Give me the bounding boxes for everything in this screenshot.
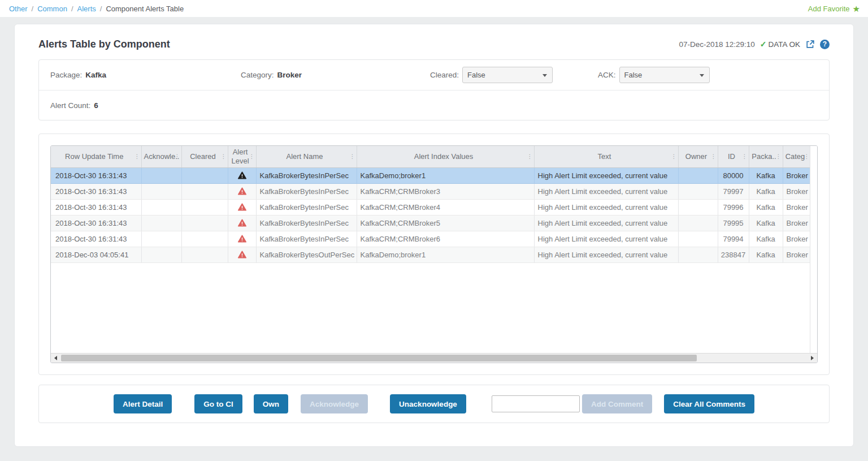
column-header-label: Alert Index Values: [414, 152, 474, 161]
column-header-text[interactable]: Text⋮: [534, 146, 678, 167]
column-header-category[interactable]: Categ⋮: [783, 146, 811, 167]
chevron-down-icon: [542, 74, 547, 77]
horizontal-scrollbar[interactable]: [51, 353, 817, 363]
comment-input[interactable]: [492, 395, 580, 412]
cell-owner: [678, 167, 718, 183]
scroll-left-arrow-icon[interactable]: [51, 354, 60, 363]
cleared-label: Cleared:: [430, 71, 459, 79]
cell-cleared: [181, 231, 228, 247]
cell-alert-index-values: KafkaCRM;CRMBroker4: [357, 199, 534, 215]
column-menu-icon[interactable]: ⋮: [221, 153, 227, 161]
column-header-package[interactable]: Packa..⋮: [749, 146, 783, 167]
breadcrumb-link-other[interactable]: Other: [9, 5, 28, 13]
cell-id: 79995: [718, 215, 749, 231]
cell-alert-index-values: KafkaDemo;broker1: [357, 247, 534, 262]
column-header-owner[interactable]: Owner⋮: [678, 146, 718, 167]
warning-triangle-icon: [238, 203, 246, 212]
breadcrumb-link-common[interactable]: Common: [37, 5, 67, 13]
column-menu-icon[interactable]: ⋮: [134, 153, 140, 161]
alert-count-row: Alert Count: 6: [39, 91, 829, 120]
ack-select[interactable]: False: [619, 67, 710, 83]
own-button[interactable]: Own: [254, 394, 288, 413]
cell-alert-level: [228, 167, 256, 183]
breadcrumb-separator: /: [71, 5, 73, 13]
category-value: Broker: [277, 71, 302, 79]
cell-cleared: [181, 167, 228, 183]
breadcrumb-separator: /: [100, 5, 102, 13]
add-favorite-button[interactable]: Add Favorite ★: [808, 5, 860, 13]
cell-update-time: 2018-Oct-30 16:31:43: [51, 231, 141, 247]
cell-text: High Alert Limit exceeded, current value: [534, 199, 678, 215]
package-label: Package:: [50, 71, 82, 79]
acknowledge-button: Acknowledge: [301, 394, 368, 413]
cell-category: Broker: [783, 167, 811, 183]
cell-id: 79997: [718, 183, 749, 199]
cell-alert-name: KafkaBrokerBytesOutPerSec: [256, 247, 357, 262]
alert-detail-button[interactable]: Alert Detail: [114, 394, 172, 413]
external-link-icon[interactable]: [805, 40, 815, 49]
column-header-acknowledged[interactable]: Acknowle..⋮: [141, 146, 181, 167]
star-icon: ★: [853, 5, 860, 13]
column-menu-icon[interactable]: ⋮: [527, 153, 533, 161]
cleared-select-value: False: [467, 71, 485, 79]
column-menu-icon[interactable]: ⋮: [671, 153, 677, 161]
column-menu-icon[interactable]: ⋮: [742, 153, 748, 161]
cell-update-time: 2018-Oct-30 16:31:43: [51, 167, 141, 183]
help-icon[interactable]: ?: [820, 40, 830, 49]
column-header-update-time[interactable]: Row Update Time⋮: [51, 146, 141, 167]
column-menu-icon[interactable]: ⋮: [175, 153, 180, 161]
alert-count-value: 6: [94, 101, 98, 110]
column-header-label: Packa..: [752, 152, 776, 161]
cell-package: Kafka: [749, 247, 783, 262]
go-to-ci-button[interactable]: Go to CI: [194, 394, 242, 413]
cell-package: Kafka: [749, 231, 783, 247]
cell-acknowledged: [141, 215, 181, 231]
column-header-alert-index-values[interactable]: Alert Index Values⋮: [357, 146, 534, 167]
table-row[interactable]: 2018-Dec-03 04:05:41KafkaBrokerBytesOutP…: [51, 247, 811, 262]
grid-empty-area: [51, 263, 817, 354]
table-row[interactable]: 2018-Oct-30 16:31:43KafkaBrokerBytesInPe…: [51, 199, 811, 215]
table-row[interactable]: 2018-Oct-30 16:31:43KafkaBrokerBytesInPe…: [51, 231, 811, 247]
cell-alert-level: [228, 199, 256, 215]
warning-triangle-icon: [238, 187, 246, 196]
column-menu-icon[interactable]: ⋮: [350, 153, 355, 161]
clear-all-comments-button[interactable]: Clear All Comments: [664, 394, 754, 413]
column-header-alert-name[interactable]: Alert Name⋮: [256, 146, 357, 167]
column-menu-icon[interactable]: ⋮: [711, 153, 717, 161]
page-title: Alerts Table by Component: [38, 38, 170, 50]
column-header-label: Owner: [685, 152, 707, 161]
column-header-id[interactable]: ID⋮: [718, 146, 749, 167]
column-header-label: Cleared: [190, 152, 216, 161]
table-row[interactable]: 2018-Oct-30 16:31:43KafkaBrokerBytesInPe…: [51, 167, 811, 183]
cell-alert-name: KafkaBrokerBytesInPerSec: [256, 231, 357, 247]
breadcrumb-link-alerts[interactable]: Alerts: [77, 5, 96, 13]
actions-bar: Alert DetailGo to CIOwnAcknowledgeUnackn…: [38, 385, 830, 423]
column-header-alert-level[interactable]: Alert Level⋮: [228, 146, 256, 167]
alerts-table-card: Row Update Time⋮Acknowle..⋮Cleared⋮Alert…: [38, 133, 830, 375]
table-row[interactable]: 2018-Oct-30 16:31:43KafkaBrokerBytesInPe…: [51, 215, 811, 231]
column-menu-icon[interactable]: ⋮: [776, 153, 782, 161]
table-row[interactable]: 2018-Oct-30 16:31:43KafkaBrokerBytesInPe…: [51, 183, 811, 199]
scroll-right-arrow-icon[interactable]: [808, 354, 817, 363]
cleared-select[interactable]: False: [462, 67, 553, 83]
unacknowledge-button[interactable]: Unacknowledge: [390, 394, 466, 413]
cell-id: 79996: [718, 199, 749, 215]
cell-owner: [678, 231, 718, 247]
column-menu-icon[interactable]: ⋮: [249, 153, 255, 161]
cell-package: Kafka: [749, 215, 783, 231]
check-icon: ✓: [760, 40, 767, 49]
cell-package: Kafka: [749, 183, 783, 199]
cell-alert-name: KafkaBrokerBytesInPerSec: [256, 167, 357, 183]
column-header-cleared[interactable]: Cleared⋮: [181, 146, 228, 167]
cell-text: High Alert Limit exceeded, current value: [534, 167, 678, 183]
column-menu-icon[interactable]: ⋮: [804, 153, 810, 161]
cell-id: 79994: [718, 231, 749, 247]
cell-alert-name: KafkaBrokerBytesInPerSec: [256, 183, 357, 199]
breadcrumb-current: Component Alerts Table: [106, 5, 184, 13]
alerts-table: Row Update Time⋮Acknowle..⋮Cleared⋮Alert…: [51, 146, 811, 263]
column-header-label: Text: [598, 152, 611, 161]
column-header-label: Alert Name: [286, 152, 323, 161]
horizontal-scrollbar-thumb[interactable]: [61, 355, 697, 361]
cell-acknowledged: [141, 183, 181, 199]
cell-owner: [678, 199, 718, 215]
